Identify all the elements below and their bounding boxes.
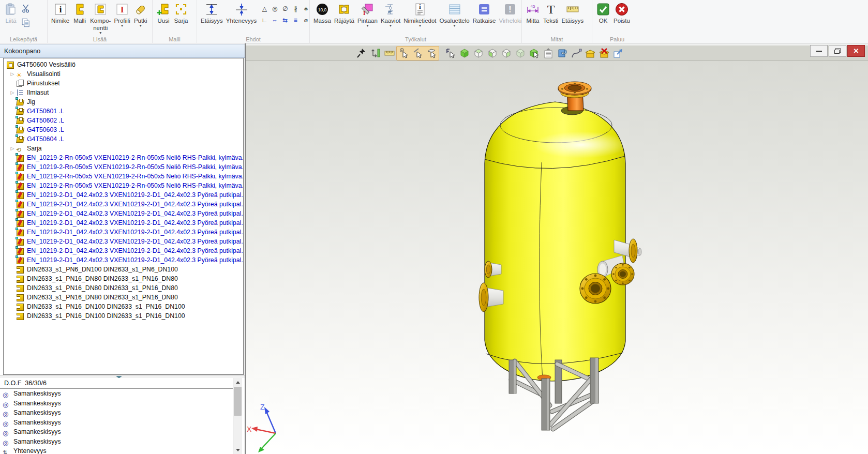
tree-item-flange[interactable]: DIN2633_s1_PN6_DN100 DIN2633_s1_PN6_DN10…	[4, 265, 243, 274]
align-constraint-icon[interactable]: ⇆	[280, 14, 290, 26]
tree-item-profile[interactable]: EN_10219-2-D1_042.4x02.3 VXEN10219-2-D1_…	[4, 218, 243, 228]
item-info-button[interactable]: i Nimiketiedot	[402, 1, 438, 28]
tree-item-profile[interactable]: EN_10219-2-D1_042.4x02.3 VXEN10219-2-D1_…	[4, 255, 243, 265]
tree-item-profile[interactable]: EN_10219-2-Rn-050x5 VXEN10219-2-Rn-050x5…	[4, 162, 243, 172]
report-icon[interactable]	[541, 47, 555, 60]
tree-item-profile[interactable]: EN_10219-2-D1_042.4x02.3 VXEN10219-2-D1_…	[4, 190, 243, 200]
tree-item-flange[interactable]: DIN2633_s1_PN16_DN80 DIN2633_s1_PN16_DN8…	[4, 274, 243, 283]
expander-icon[interactable]	[9, 71, 16, 77]
tree-item-part[interactable]: G4T50603 .L	[4, 125, 243, 134]
concentric-constraint-icon[interactable]: ◎	[270, 3, 280, 14]
tree-item-profile[interactable]: EN_10219-2-D1_042.4x02.3 VXEN10219-2-D1_…	[4, 228, 243, 237]
measure-button[interactable]: 45 Mitta	[524, 1, 542, 25]
tree-item-profile[interactable]: EN_10219-2-D1_042.4x02.3 VXEN10219-2-D1_…	[4, 209, 243, 218]
edges-cube-icon[interactable]	[485, 47, 499, 60]
component-blue-icon[interactable]	[555, 47, 569, 60]
tree-item-profile[interactable]: EN_10219-2-Rn-050x5 VXEN10219-2-Rn-050x5…	[4, 181, 243, 190]
series-button[interactable]: Sarja	[172, 1, 190, 25]
model-button[interactable]: Malli	[71, 1, 88, 25]
tree-item-profile[interactable]: EN_10219-2-D1_042.4x02.3 VXEN10219-2-D1_…	[4, 237, 243, 246]
measure-reference-icon[interactable]	[368, 47, 382, 60]
tree-item-profile[interactable]: EN_10219-2-Rn-050x5 VXEN10219-2-Rn-050x5…	[4, 153, 243, 162]
constraint-row[interactable]: Samankeskisyys	[0, 418, 233, 428]
tree-item-flange[interactable]: DIN2633_s1_PN16_DN80 DIN2633_s1_PN16_DN8…	[4, 283, 243, 293]
part-list-button[interactable]: Osaluettelo	[438, 1, 471, 28]
tank-body[interactable]	[485, 102, 628, 381]
constraint-row[interactable]: Samankeskisyys	[0, 427, 233, 437]
tangent-constraint-icon[interactable]: ∅	[280, 3, 290, 14]
component-button[interactable]: Kompo- nentti	[88, 1, 112, 36]
tree-item-jig[interactable]: Jig	[4, 97, 243, 107]
outline-cube-icon[interactable]	[499, 47, 513, 60]
tree-item-flange[interactable]: DIN2633_s1_PN16_DN100 DIN2633_s1_PN16_DN…	[4, 311, 243, 321]
expander-icon[interactable]	[9, 146, 16, 151]
constraint-row[interactable]: Samankeskisyys	[0, 399, 233, 408]
constraint-row[interactable]: Samankeskisyys	[0, 389, 233, 399]
scroll-thumb[interactable]	[234, 387, 242, 416]
exit-button[interactable]: Poistu	[612, 1, 632, 25]
coincidence-button[interactable]: Yhtenevyys	[225, 1, 258, 25]
tree-item-part[interactable]: G4T50601 .L	[4, 107, 243, 116]
ok-button[interactable]: OK	[594, 1, 612, 25]
diagrams-button[interactable]: Kaaviot	[379, 1, 402, 28]
text-button[interactable]: T Teksti	[542, 1, 560, 25]
profile-button[interactable]: I Profiili	[112, 1, 131, 28]
ghost-cube-icon[interactable]	[513, 47, 527, 60]
right-flange-front[interactable]	[580, 274, 611, 304]
perpendicular-constraint-icon[interactable]: ∟	[259, 14, 270, 26]
3d-viewport[interactable]: Z X	[246, 43, 868, 454]
restore-button[interactable]	[829, 45, 846, 57]
new-button[interactable]: Uusi	[155, 1, 172, 25]
solve-button[interactable]: Ratkaise	[471, 1, 498, 25]
snap-circle-icon[interactable]	[397, 47, 411, 60]
item-button[interactable]: i Nimike	[50, 1, 71, 25]
tree-item-visualization[interactable]: Visualisointi	[4, 69, 243, 79]
archive-box-icon[interactable]	[583, 47, 597, 60]
pipe-button[interactable]: Putki	[132, 1, 149, 28]
curve-icon[interactable]	[569, 47, 583, 60]
equal-constraint-icon[interactable]: ≡	[290, 14, 301, 26]
right-flange-rear[interactable]	[611, 263, 634, 285]
scroll-up-icon[interactable]	[233, 378, 242, 386]
constraint-row[interactable]: Samankeskisyys	[0, 408, 233, 418]
snap-face-icon[interactable]	[425, 47, 439, 60]
tree-item-flange[interactable]: DIN2633_s1_PN16_DN80 DIN2633_s1_PN16_DN8…	[4, 293, 243, 302]
constraint-row[interactable]: Samankeskisyys	[0, 437, 233, 447]
tree-item-part[interactable]: G4T50604 .L	[4, 134, 243, 144]
dof-scrollbar[interactable]	[233, 378, 242, 454]
tree-item-flange[interactable]: DIN2633_s1_PN16_DN100 DIN2633_s1_PN16_DN…	[4, 302, 243, 311]
error-log-button[interactable]: ! Virheloki	[497, 1, 523, 25]
cut-button[interactable]	[20, 2, 32, 14]
distance-constraint-button[interactable]: Etäisyys	[199, 1, 225, 25]
tree-item-drawings[interactable]: Piirustukset	[4, 79, 243, 88]
select-element-icon[interactable]	[443, 47, 457, 60]
tree-item-profile[interactable]: EN_10219-2-Rn-050x5 VXEN10219-2-Rn-050x5…	[4, 172, 243, 181]
export-arrow-icon[interactable]	[611, 47, 625, 60]
to-surface-button[interactable]: I Pintaan	[356, 1, 379, 28]
delete-box-icon[interactable]	[597, 47, 611, 60]
pin-icon[interactable]	[354, 47, 368, 60]
tree-item-part[interactable]: G4T50602 .L	[4, 116, 243, 125]
angle-constraint-icon[interactable]: △	[259, 3, 270, 14]
tree-item-representations[interactable]: Ilmiasut	[4, 88, 243, 97]
model-water-tank[interactable]: Z X	[246, 43, 868, 454]
snap-line-icon[interactable]	[411, 47, 425, 60]
symmetry-constraint-icon[interactable]: ∦	[290, 3, 301, 14]
tree-item-profile[interactable]: EN_10219-2-D1_042.4x02.3 VXEN10219-2-D1_…	[4, 246, 243, 255]
tree-item-series[interactable]: Sarja	[4, 144, 243, 153]
constraint-row[interactable]: Yhtenevyys	[0, 446, 233, 454]
tree-item-profile[interactable]: EN_10219-2-D1_042.4x02.3 VXEN10219-2-D1_…	[4, 200, 243, 209]
wireframe-cube-icon[interactable]	[471, 47, 485, 60]
paste-button[interactable]: Liitä	[2, 1, 20, 25]
ruler-icon[interactable]	[382, 47, 396, 60]
distance-dim-button[interactable]: Etäisyys	[560, 1, 585, 25]
assembly-tree[interactable]: G4T50600 Vesisäiliö Visualisointi Piirus…	[3, 58, 244, 375]
scroll-down-icon[interactable]	[233, 446, 242, 454]
select-cube-icon[interactable]	[527, 47, 541, 60]
close-button[interactable]: ✕	[847, 45, 865, 57]
expander-icon[interactable]	[9, 90, 16, 95]
parallel-constraint-icon[interactable]: ⇔	[270, 14, 280, 26]
mass-button[interactable]: 10,0 Massa	[312, 1, 333, 25]
explode-button[interactable]: Räjäytä	[333, 1, 356, 25]
tree-item-root-assembly[interactable]: G4T50600 Vesisäiliö	[4, 60, 243, 69]
